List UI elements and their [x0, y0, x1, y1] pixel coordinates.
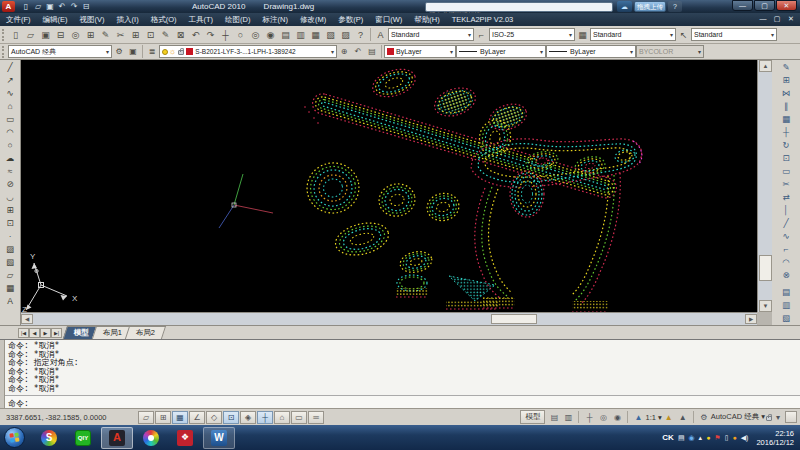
osnap-icon[interactable]: ⊡	[223, 411, 239, 424]
menu-item-12[interactable]: TEKLA2PIP V2.03	[446, 13, 520, 26]
construction-line-icon[interactable]: ↗	[2, 74, 18, 87]
redo-icon[interactable]: ↷	[203, 28, 218, 42]
input-method-indicator[interactable]: CK	[662, 433, 674, 442]
tray-orange-icon[interactable]: ●	[733, 434, 737, 441]
menu-item-9[interactable]: 参数(P)	[332, 13, 369, 26]
vertical-scroll-thumb[interactable]	[759, 255, 772, 281]
menu-item-0[interactable]: 文件(F)	[0, 13, 37, 26]
point-icon[interactable]: ∙	[2, 230, 18, 243]
tool-palettes-icon[interactable]: ▦	[308, 28, 323, 42]
toolbar-grip[interactable]	[2, 46, 6, 58]
close-button[interactable]: ✕	[776, 0, 797, 11]
3d-osnap-icon[interactable]: ◈	[240, 411, 256, 424]
open-icon[interactable]: ▱	[32, 1, 44, 12]
save-icon[interactable]: ▣	[44, 1, 56, 12]
layer-combo[interactable]: ☼ S-B2021-LYF-3-...1-LPH-1-389242 ▾	[159, 45, 337, 58]
properties-icon[interactable]: ▤	[278, 28, 293, 42]
gradient-icon[interactable]: ▧	[2, 256, 18, 269]
mleader-style-combo[interactable]: Standard ▾	[691, 28, 777, 41]
move-icon[interactable]: ┼	[778, 126, 794, 139]
zoom-icon[interactable]: ◎	[596, 411, 610, 424]
polygon-icon[interactable]: ⌂	[2, 100, 18, 113]
quick-view-layouts-icon[interactable]: ▤	[547, 411, 561, 424]
doc-close-button[interactable]: ✕	[784, 13, 798, 24]
infer-constraints-icon[interactable]: ▱	[138, 411, 154, 424]
horizontal-scrollbar[interactable]: ◀ ▶	[21, 312, 757, 325]
make-block-icon[interactable]: ⊡	[2, 217, 18, 230]
array-icon[interactable]: ▦	[778, 113, 794, 126]
designcenter-icon[interactable]: ▥	[293, 28, 308, 42]
tray-expand-icon[interactable]: ▴	[699, 434, 703, 442]
workspace-settings-icon[interactable]: ⚙	[112, 46, 126, 58]
lineweight-combo[interactable]: ByLayer ▾	[546, 45, 636, 58]
ducs-icon[interactable]: ⌂	[274, 411, 290, 424]
help-search-box[interactable]	[425, 2, 613, 12]
help-icon[interactable]: ?	[353, 28, 368, 42]
region-icon[interactable]: ▱	[2, 269, 18, 282]
zoom-realtime-icon[interactable]: ○	[233, 28, 248, 42]
taskbar-word-button[interactable]: W	[203, 427, 235, 449]
circle-icon[interactable]: ○	[2, 139, 18, 152]
taskbar-sogou-button[interactable]: S	[33, 427, 65, 449]
annotation-visibility-icon[interactable]: ▲	[662, 411, 676, 424]
pan-icon[interactable]: ┼	[582, 411, 596, 424]
doc-minimize-button[interactable]: —	[756, 13, 770, 24]
open-icon[interactable]: ▱	[23, 28, 38, 42]
first-tab-icon[interactable]: |◀	[18, 328, 29, 338]
otrack-icon[interactable]: ┼	[257, 411, 273, 424]
multiline-text-icon[interactable]: A	[2, 295, 18, 308]
copy-icon[interactable]: ⊞	[778, 74, 794, 87]
scroll-right-icon[interactable]: ▶	[745, 314, 757, 324]
workspace-save-icon[interactable]: ▣	[126, 46, 140, 58]
zoom-window-icon[interactable]: ◎	[248, 28, 263, 42]
send-to-back-icon[interactable]: ▥	[778, 299, 794, 312]
menu-item-7[interactable]: 标注(N)	[257, 13, 294, 26]
menu-item-6[interactable]: 绘图(D)	[219, 13, 256, 26]
pan-icon[interactable]: ┼	[218, 28, 233, 42]
menu-item-2[interactable]: 视图(V)	[74, 13, 111, 26]
workspace-combo[interactable]: AutoCAD 经典 ▾	[8, 45, 112, 58]
undo-icon[interactable]: ↶	[56, 1, 68, 12]
tray-app-icon[interactable]: ◉	[689, 434, 695, 442]
layer-states-icon[interactable]: ▤	[365, 46, 379, 58]
menu-item-5[interactable]: 工具(T)	[183, 13, 220, 26]
steering-wheel-icon[interactable]: ◉	[610, 411, 624, 424]
bring-to-front-icon[interactable]: ▤	[778, 286, 794, 299]
action-center-flag-icon[interactable]: ⚑	[714, 434, 720, 442]
workspace-switch[interactable]: AutoCAD 经典 ▾	[711, 412, 765, 422]
break-at-point-icon[interactable]: │	[778, 204, 794, 217]
layer-lock-icon[interactable]	[178, 50, 184, 55]
status-menu-icon[interactable]: ▾	[774, 411, 782, 424]
autocad-logo-icon[interactable]: A	[2, 1, 15, 12]
line-icon[interactable]: ╱	[2, 61, 18, 74]
command-line-window[interactable]: 命令: *取消*命令: *取消*命令: 指定对角点:命令: *取消*命令: *取…	[0, 339, 800, 408]
coordinate-display[interactable]: 3387.6651, -382.1585, 0.0000	[0, 413, 138, 422]
horizontal-scroll-thumb[interactable]	[491, 314, 537, 324]
drawing-canvas[interactable]: Y X Z	[21, 60, 757, 312]
quick-view-drawings-icon[interactable]: ▥	[561, 411, 575, 424]
maximize-button[interactable]: ▢	[754, 0, 775, 11]
table-style-icon[interactable]: ▦	[575, 28, 590, 42]
menu-item-4[interactable]: 格式(O)	[145, 13, 183, 26]
layer-on-icon[interactable]	[162, 49, 168, 55]
revision-cloud-icon[interactable]: ☁	[2, 152, 18, 165]
minimize-button[interactable]: —	[732, 0, 753, 11]
match-properties-icon[interactable]: ✎	[158, 28, 173, 42]
polyline-icon[interactable]: ∿	[2, 87, 18, 100]
snap-icon[interactable]: ⊞	[155, 411, 171, 424]
start-button[interactable]	[4, 427, 25, 448]
plot-preview-icon[interactable]: ◎	[68, 28, 83, 42]
linetype-combo[interactable]: ByLayer ▾	[456, 45, 546, 58]
taskbar-wheel-app-button[interactable]	[135, 427, 167, 449]
offset-icon[interactable]: ∥	[778, 100, 794, 113]
menu-item-8[interactable]: 修改(M)	[294, 13, 332, 26]
taskbar-clock[interactable]: 22:16 2016/12/12	[756, 429, 794, 447]
save-icon[interactable]: ▣	[38, 28, 53, 42]
mirror-icon[interactable]: ⋈	[778, 87, 794, 100]
volume-icon[interactable]: ◀)	[741, 434, 749, 442]
color-combo[interactable]: ByLayer ▾	[384, 45, 456, 58]
annotation-scale-value[interactable]: 1:1 ▾	[645, 413, 661, 422]
new-icon[interactable]: ▯	[8, 28, 23, 42]
paste-icon[interactable]: ⊡	[143, 28, 158, 42]
grid-icon[interactable]: ▦	[172, 411, 188, 424]
